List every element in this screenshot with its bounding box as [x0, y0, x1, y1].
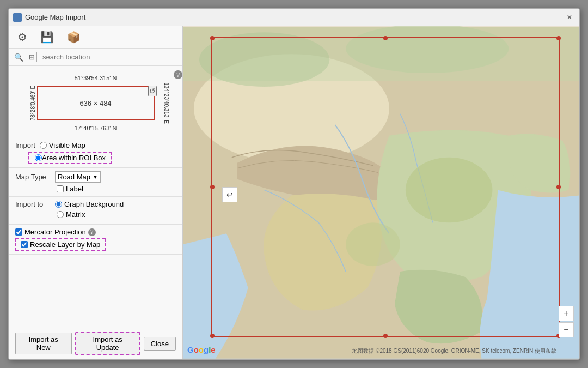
action-row: Import as New Import as Update Close — [9, 328, 182, 359]
roi-help-icon[interactable]: ? — [174, 70, 182, 79]
svg-point-6 — [346, 26, 509, 73]
visible-map-radio[interactable] — [40, 142, 47, 149]
close-dialog-button[interactable]: × — [564, 12, 575, 23]
mercator-checkbox[interactable] — [15, 228, 22, 236]
roi-lon-right: 134°23'40.313' E — [163, 82, 169, 124]
graph-bg-radio[interactable] — [55, 201, 62, 208]
layer-icon[interactable]: 📦 — [67, 31, 81, 44]
toolbar: ⚙ 💾 📦 — [9, 26, 182, 49]
label-checkbox-row: Label — [57, 185, 176, 193]
matrix-radio[interactable] — [57, 211, 64, 218]
maptype-label: Map Type — [15, 173, 51, 181]
matrix-label: Matrix — [66, 210, 85, 219]
search-input[interactable] — [42, 53, 177, 61]
roi-box: 636 × 484 — [37, 86, 155, 120]
close-button[interactable]: Close — [144, 337, 176, 351]
roi-box-label: Area within ROI Box — [42, 154, 106, 162]
svg-point-3 — [346, 222, 400, 266]
roi-box-radio[interactable] — [35, 154, 42, 161]
roi-lat-bottom: 17°40'15.763' N — [75, 125, 117, 131]
import-section: Import Visible Map Area within ROI Box — [9, 138, 182, 168]
graph-bg-option[interactable]: Graph Background — [55, 200, 124, 208]
label-checkbox[interactable] — [57, 185, 64, 192]
svg-point-2 — [406, 158, 493, 223]
grid-icon: ⊞ — [27, 52, 37, 62]
dialog-title: Google Map Import — [25, 13, 564, 21]
undo-button[interactable]: ↩ — [222, 187, 237, 202]
visible-map-option[interactable]: Visible Map — [40, 141, 85, 149]
map-controls: + − — [559, 306, 574, 337]
import-update-button[interactable]: Import as Update — [75, 332, 140, 355]
roi-refresh-button[interactable]: ↺ — [148, 86, 157, 96]
label-checkbox-label: Label — [66, 185, 83, 193]
rescale-checkbox[interactable] — [21, 241, 28, 248]
matrix-option[interactable]: Matrix — [57, 210, 85, 219]
mercator-help-icon[interactable]: ? — [88, 228, 96, 236]
roi-size: 636 × 484 — [79, 99, 111, 107]
maptype-section: Map Type Road Map ▼ Label — [9, 168, 182, 197]
roi-lat-top: 51°39'54.315' N — [75, 75, 117, 81]
rescale-label: Rescale Layer by Map — [30, 240, 100, 249]
map-area: ↩ + − Google 地图数据 ©2018 GS(2011)6020 Goo… — [183, 26, 579, 359]
save-icon[interactable]: 💾 — [40, 31, 54, 44]
map-attribution: 地图数据 ©2018 GS(2011)6020 Google, ORION-ME… — [352, 347, 556, 355]
google-logo: Google — [187, 345, 216, 355]
search-row: 🔍 ⊞ — [9, 49, 182, 66]
map-svg — [183, 26, 579, 359]
graph-bg-label: Graph Background — [64, 200, 124, 208]
visible-map-label: Visible Map — [49, 141, 85, 149]
importto-label: Import to — [15, 200, 51, 208]
search-icon: 🔍 — [14, 53, 23, 62]
projection-section: Mercator Projection ? Rescale Layer by M… — [9, 225, 182, 255]
settings-icon[interactable]: ⚙ — [17, 31, 27, 44]
chevron-down-icon: ▼ — [93, 174, 98, 180]
roi-box-option[interactable]: Area within ROI Box — [28, 152, 112, 164]
importto-section: Import to Graph Background Matrix — [9, 197, 182, 225]
maptype-dropdown[interactable]: Road Map ▼ — [55, 171, 101, 183]
zoom-out-button[interactable]: − — [559, 322, 574, 337]
roi-lon-left: 78°28'0.469' E — [29, 86, 35, 121]
svg-point-5 — [199, 32, 329, 87]
roi-area: ? 51°39'54.315' N 78°28'0.469' E 134°23'… — [9, 66, 182, 138]
maptype-value: Road Map — [58, 173, 90, 181]
zoom-in-button[interactable]: + — [559, 306, 574, 321]
dialog-icon — [13, 13, 22, 22]
rescale-option: Rescale Layer by Map — [15, 238, 106, 251]
import-label: Import — [15, 141, 35, 149]
import-new-button[interactable]: Import as New — [15, 333, 72, 354]
mercator-label: Mercator Projection — [24, 228, 86, 236]
